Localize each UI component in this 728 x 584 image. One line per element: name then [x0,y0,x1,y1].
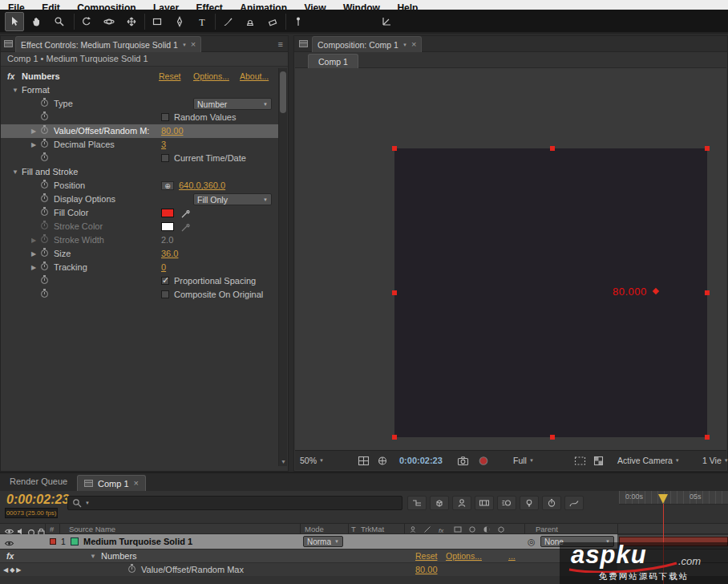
grid-guides-icon[interactable] [358,456,370,466]
motion-blur-icon[interactable] [497,496,516,510]
twirl-down-icon[interactable]: ▼ [12,87,18,94]
property-row-random-values[interactable]: Random Values [1,111,280,124]
graph-editor-icon[interactable] [564,496,584,510]
tracking-value[interactable]: 0 [161,262,166,272]
zoom-tool-icon[interactable] [50,12,69,31]
about-link[interactable]: About... [240,71,269,81]
keyframe-navigator[interactable]: ◀◆▶ [3,566,22,574]
search-input[interactable] [93,499,398,508]
property-row-type[interactable]: Type Number ▼ [1,97,280,111]
close-icon[interactable]: × [134,480,139,487]
stroke-color-swatch[interactable] [161,222,174,231]
panel-menu-icon[interactable]: ≡ [278,39,283,49]
brush-tool-icon[interactable] [218,12,237,31]
panel-icon[interactable] [4,40,13,47]
twirl-right-icon[interactable]: ▶ [31,264,36,271]
selection-handle[interactable] [392,146,397,151]
property-row-tracking[interactable]: ▶ Tracking 0 [1,261,280,274]
mask-visibility-icon[interactable] [377,456,388,466]
comp1-timeline-tab[interactable]: Comp 1 × [77,475,146,491]
column-trkmat[interactable]: TrkMat [361,525,384,533]
type-tool-icon[interactable]: T [192,12,212,31]
stopwatch-icon[interactable] [41,290,48,298]
selection-handle[interactable] [550,146,555,151]
time-ruler[interactable]: 0:00s 05s [619,491,728,505]
clone-stamp-tool-icon[interactable] [241,12,260,31]
reset-link[interactable]: Reset [159,71,180,81]
reset-link[interactable]: Reset [415,551,437,561]
axis-mode-tool-icon[interactable] [377,12,396,31]
composition-tab[interactable]: Composition: Comp 1 ▼ × [312,36,422,52]
property-label[interactable]: Value/Offset/Random Max [141,565,244,574]
stopwatch-icon[interactable] [41,263,48,270]
frame-blending-icon[interactable] [475,496,494,510]
menu-effect[interactable]: Effect [196,3,223,10]
scrollbar-thumb[interactable] [280,71,286,113]
snapshot-icon[interactable] [457,456,469,466]
property-row-value-offset[interactable]: ▶ Value/Offset/Random M: 80.00 [1,124,280,138]
group-row-format[interactable]: ▼ Format [1,83,280,97]
property-row-display-options[interactable]: Display Options Fill Only ▼ [1,193,280,206]
menu-edit[interactable]: Edit [42,3,60,10]
twirl-down-icon[interactable]: ▼ [90,553,96,560]
twirl-right-icon[interactable]: ▶ [31,250,36,258]
random-values-checkbox[interactable] [161,113,169,121]
active-camera-dropdown[interactable]: Active Camera ▼ [617,456,680,465]
stopwatch-icon[interactable] [41,222,48,229]
menu-window[interactable]: Window [343,3,380,10]
column-mode[interactable]: Mode [305,525,324,533]
current-time-display[interactable]: 0:00:02:23 [399,456,443,465]
composite-on-original-checkbox[interactable] [161,290,169,298]
effect-group-row[interactable]: fx ▼ Numbers Reset Options... ... [0,549,617,562]
puppet-pin-tool-icon[interactable] [289,12,308,31]
layer-color-swatch[interactable] [71,537,79,545]
fill-color-swatch[interactable] [161,209,174,217]
hide-shy-icon[interactable] [452,496,471,510]
unified-camera-tool-icon[interactable] [99,12,119,31]
auto-keyframe-icon[interactable] [542,496,561,510]
property-row-stroke-width[interactable]: ▶ Stroke Width 2.0 [1,233,280,247]
stopwatch-icon[interactable] [41,249,48,257]
resolution-dropdown[interactable]: Full ▼ [513,456,534,465]
effect-property-row[interactable]: ◀◆▶ Value/Offset/Random Max 80.00 [0,562,617,576]
layer-row-1[interactable]: 1 Medium Turquoise Solid 1 Normal ▼ ◎ No… [0,534,617,549]
selection-tool-icon[interactable] [5,12,24,31]
decimal-places-value[interactable]: 3 [161,140,166,149]
column-hash[interactable]: # [50,525,54,533]
position-value[interactable]: 640.0,360.0 [179,180,225,190]
pen-tool-icon[interactable] [170,12,189,31]
menu-view[interactable]: View [304,3,326,10]
options-link[interactable]: Options... [193,71,229,81]
stopwatch-icon[interactable] [41,195,48,202]
stopwatch-icon[interactable] [41,181,48,189]
layer-name[interactable]: Medium Turquoise Solid 1 [83,537,192,546]
stopwatch-icon[interactable] [128,566,135,573]
chevron-down-icon[interactable]: ▼ [182,43,187,47]
property-row-position[interactable]: Position ⊕ 640.0,360.0 [1,179,280,193]
close-icon[interactable]: × [411,41,416,48]
twirl-right-icon[interactable]: ▶ [31,237,36,244]
render-queue-tab[interactable]: Render Queue [10,477,67,486]
value-offset-value[interactable]: 80.00 [161,126,184,136]
property-row-fill-color[interactable]: Fill Color [1,206,280,220]
eraser-tool-icon[interactable] [263,12,282,31]
stopwatch-icon[interactable] [41,154,48,161]
rotation-tool-icon[interactable] [77,12,96,31]
menu-file[interactable]: File [8,3,25,10]
selection-handle[interactable] [392,435,397,440]
proportional-spacing-checkbox[interactable] [161,277,169,285]
effect-name[interactable]: Numbers [101,551,137,561]
stopwatch-icon[interactable] [41,140,48,148]
pan-behind-tool-icon[interactable] [122,12,141,31]
column-t[interactable]: T [351,525,356,533]
pick-whip-icon[interactable]: ◎ [528,537,536,547]
options-link[interactable]: Options... [446,551,482,561]
stopwatch-icon[interactable] [41,236,48,243]
effect-header-row[interactable]: fx Numbers Reset Options... About... [1,70,280,83]
region-of-interest-icon[interactable] [574,456,586,466]
stopwatch-icon[interactable] [41,99,48,107]
menu-layer[interactable]: Layer [153,3,179,10]
stopwatch-icon[interactable] [41,127,48,134]
brainstorm-icon[interactable] [520,496,539,510]
stopwatch-icon[interactable] [41,209,48,216]
